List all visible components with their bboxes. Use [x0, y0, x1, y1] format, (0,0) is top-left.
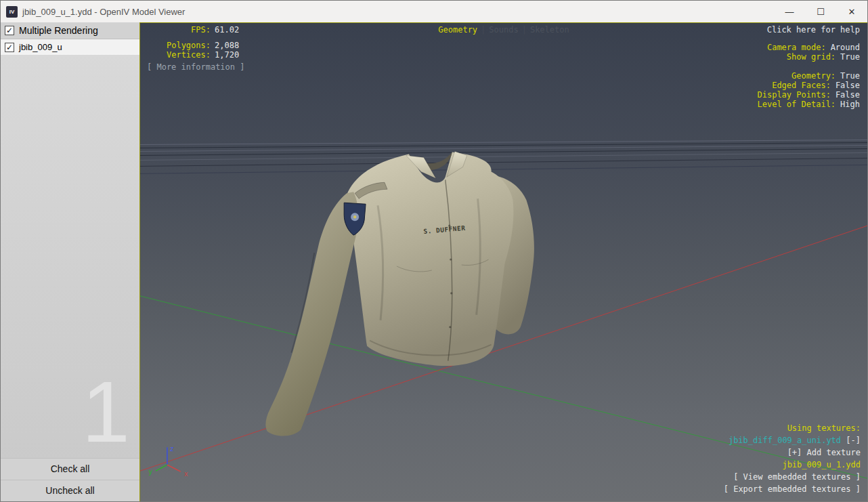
more-information-link[interactable]: [ More information ]: [147, 62, 245, 72]
polygons-row: Polygons: 2,088: [147, 41, 245, 50]
jbib-009-u-checkbox[interactable]: ✓: [5, 43, 14, 52]
titlebar: IV jbib_009_u_1.ydd - OpenIV Model Viewe…: [1, 1, 867, 22]
render-stats: FPS: 61.02 Polygons: 2,088 Vertices: 1,7…: [147, 25, 245, 72]
lod-watermark: 1: [82, 369, 130, 455]
setting-geometry[interactable]: Geometry:True: [758, 71, 861, 81]
setting-label: Camera mode:: [767, 43, 826, 52]
setting-edged-faces[interactable]: Edged Faces:False: [758, 81, 861, 90]
setting-label: Display Points:: [758, 90, 831, 100]
model-file-label: jbib_009_u_1.ydd: [724, 459, 861, 471]
sidebar-item-jbib-009-u[interactable]: ✓ jbib_009_u: [1, 39, 139, 56]
uncheck-all-button[interactable]: Uncheck all: [1, 480, 139, 501]
setting-label: Geometry:: [791, 71, 836, 81]
tab-separator: |: [522, 25, 527, 35]
window-controls: — ☐ ✕: [774, 1, 867, 22]
using-textures-header: Using textures:: [724, 422, 861, 434]
vertices-label: Vertices:: [147, 50, 211, 60]
multiple-rendering-checkbox[interactable]: ✓: [5, 26, 14, 35]
export-embedded-textures-button[interactable]: [ Export embedded textures ]: [724, 483, 861, 495]
help-link[interactable]: Click here for help: [758, 25, 861, 35]
sidebar-item-multiple-rendering[interactable]: ✓ Multiple Rendering: [1, 22, 139, 39]
viewer-settings-panel: Click here for help Camera mode:Around S…: [758, 25, 861, 109]
fps-label: FPS:: [147, 25, 211, 35]
remove-texture-button[interactable]: [-]: [846, 436, 861, 445]
fps-row: FPS: 61.02: [147, 25, 245, 35]
setting-label: Edged Faces:: [772, 81, 831, 90]
maximize-button[interactable]: ☐: [805, 1, 836, 22]
openiv-app-icon: IV: [6, 6, 18, 18]
setting-label: Show grid:: [787, 52, 836, 62]
axis-x-label: x: [184, 470, 188, 478]
shirt-left-sleeve: [265, 192, 358, 436]
polygons-label: Polygons:: [147, 41, 211, 50]
fps-value: 61.02: [215, 25, 239, 35]
polygons-value: 2,088: [215, 41, 239, 50]
sidebar-footer-buttons: Check all Uncheck all: [1, 458, 139, 501]
minimize-button[interactable]: —: [774, 1, 805, 22]
setting-show-grid[interactable]: Show grid:True: [758, 52, 861, 62]
view-mode-tabs: Geometry|Sounds|Skeleton: [438, 25, 569, 35]
setting-value: False: [836, 81, 860, 90]
jbib-009-u-label: jbib_009_u: [19, 42, 62, 52]
add-texture-button[interactable]: [+] Add texture: [724, 446, 861, 459]
multiple-rendering-label: Multiple Rendering: [19, 25, 98, 36]
viewport[interactable]: S. DUFFNER z y x FPS: 61.02 Polygons: 2,…: [139, 22, 867, 501]
texture-file-link[interactable]: jbib_diff_009_a_uni.ytd: [729, 436, 841, 445]
setting-value: Around: [831, 43, 860, 52]
openiv-model-viewer-window: IV jbib_009_u_1.ydd - OpenIV Model Viewe…: [0, 0, 868, 502]
setting-value: True: [840, 71, 860, 81]
tab-sounds[interactable]: Sounds: [489, 25, 518, 35]
setting-value: False: [836, 90, 860, 100]
setting-display-points[interactable]: Display Points:False: [758, 90, 861, 100]
setting-value: High: [840, 100, 860, 109]
axis-z-label: z: [170, 445, 174, 453]
shirt-torso: [347, 152, 513, 366]
tab-skeleton[interactable]: Skeleton: [530, 25, 569, 35]
tab-geometry[interactable]: Geometry: [438, 25, 477, 35]
setting-label: Level of Detail:: [758, 100, 836, 109]
model-list-sidebar: ✓ Multiple Rendering ✓ jbib_009_u 1 Chec…: [1, 22, 139, 501]
close-button[interactable]: ✕: [836, 1, 867, 22]
check-all-button[interactable]: Check all: [1, 458, 139, 480]
tab-separator: |: [481, 25, 485, 35]
shirt-3d-model[interactable]: S. DUFFNER: [265, 151, 534, 436]
texture-file-row: jbib_diff_009_a_uni.ytd [-]: [724, 434, 861, 446]
setting-level-of-detail[interactable]: Level of Detail:High: [758, 100, 861, 109]
window-title: jbib_009_u_1.ydd - OpenIV Model Viewer: [22, 7, 185, 17]
horizon-grid-lines: [140, 140, 867, 174]
vertices-value: 1,720: [215, 50, 239, 60]
textures-panel: Using textures: jbib_diff_009_a_uni.ytd …: [724, 422, 861, 495]
vertices-row: Vertices: 1,720: [147, 50, 245, 60]
view-embedded-textures-button[interactable]: [ View embedded textures ]: [724, 471, 861, 483]
setting-value: True: [840, 52, 860, 62]
axis-y-label: y: [148, 468, 152, 476]
setting-camera-mode[interactable]: Camera mode:Around: [758, 43, 861, 52]
